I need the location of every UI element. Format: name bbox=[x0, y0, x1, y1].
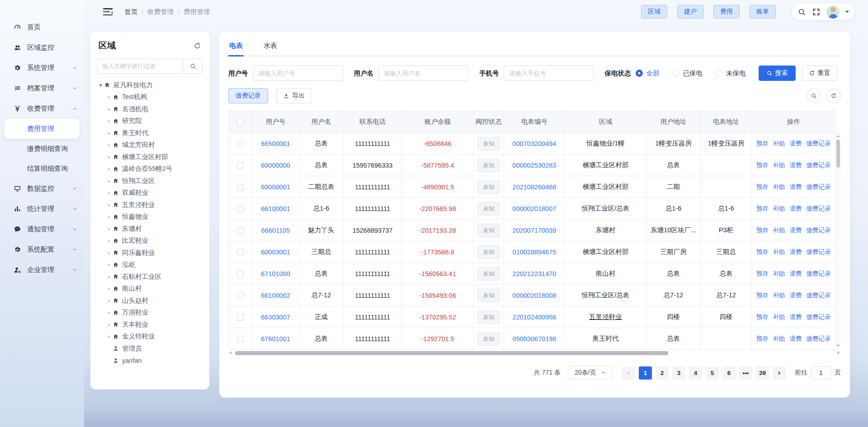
quick-button-create-account[interactable]: 建户 bbox=[677, 5, 703, 19]
tree-user-管理员[interactable]: 管理员 bbox=[97, 343, 203, 355]
sidebar-item-收费管理[interactable]: 收费管理 bbox=[0, 99, 84, 119]
quick-button-area[interactable]: 区域 bbox=[641, 5, 667, 19]
pay-records-button[interactable]: 缴费记录 bbox=[228, 88, 268, 103]
page-button-2[interactable]: 2 bbox=[656, 366, 669, 380]
sidebar-item-区域监控[interactable]: 区域监控 bbox=[0, 38, 84, 58]
tree-expander-icon[interactable]: ▸ bbox=[106, 94, 113, 100]
page-button-5[interactable]: 5 bbox=[706, 366, 719, 380]
action-退费[interactable]: 退费 bbox=[790, 161, 802, 169]
tree-node-恒鑫物业[interactable]: ▸恒鑫物业 bbox=[97, 211, 203, 223]
tab-water-meter[interactable]: 水表 bbox=[263, 39, 278, 56]
user-no-link[interactable]: 67601001 bbox=[261, 335, 290, 343]
action-预存[interactable]: 预存 bbox=[756, 140, 769, 148]
action-缴费记录[interactable]: 缴费记录 bbox=[807, 140, 831, 148]
row-checkbox[interactable] bbox=[237, 141, 244, 147]
tree-expander-icon[interactable]: ▸ bbox=[106, 202, 113, 208]
tree-node-山头赵村[interactable]: ▸山头赵村 bbox=[97, 295, 203, 307]
action-缴费记录[interactable]: 缴费记录 bbox=[807, 291, 831, 300]
user-no-link[interactable]: 60000001 bbox=[261, 183, 290, 191]
action-补助[interactable]: 补助 bbox=[773, 161, 785, 169]
action-补助[interactable]: 补助 bbox=[773, 226, 785, 235]
avatar[interactable] bbox=[826, 5, 840, 19]
reset-button[interactable]: 重置 bbox=[802, 66, 837, 81]
scroll-up-icon[interactable] bbox=[836, 135, 840, 137]
action-预存[interactable]: 预存 bbox=[756, 161, 769, 169]
action-缴费记录[interactable]: 缴费记录 bbox=[807, 205, 831, 213]
page-ellipsis[interactable]: ••• bbox=[739, 366, 752, 380]
user-no-input[interactable] bbox=[253, 66, 343, 81]
tree-node-root[interactable]: ▾延凡科技电力 bbox=[97, 79, 203, 91]
breadcrumb-home[interactable]: 首页 bbox=[124, 8, 137, 16]
sidebar-item-首页[interactable]: 首页 bbox=[0, 17, 84, 38]
action-退费[interactable]: 退费 bbox=[790, 335, 802, 343]
tree-expander-icon[interactable]: ▸ bbox=[106, 166, 113, 172]
action-补助[interactable]: 补助 bbox=[773, 291, 785, 300]
tree-node-天丰鞋业[interactable]: ▸天丰鞋业 bbox=[97, 319, 203, 331]
tree-node-石粘村工业区[interactable]: ▸石粘村工业区 bbox=[97, 271, 203, 283]
horizontal-scroll-thumb[interactable] bbox=[235, 351, 668, 355]
tree-node-恒翔工业区[interactable]: ▸恒翔工业区 bbox=[97, 175, 203, 187]
page-button-6[interactable]: 6 bbox=[722, 366, 736, 380]
action-缴费记录[interactable]: 缴费记录 bbox=[807, 270, 831, 278]
sidebar-subitem-缴费明细查询[interactable]: 缴费明细查询 bbox=[0, 139, 84, 159]
goto-page-input[interactable] bbox=[811, 366, 831, 380]
action-缴费记录[interactable]: 缴费记录 bbox=[807, 313, 831, 321]
tree-expander-icon[interactable]: ▸ bbox=[106, 154, 113, 160]
sidebar-subitem-结算明细查询[interactable]: 结算明细查询 bbox=[0, 159, 84, 178]
action-预存[interactable]: 预存 bbox=[756, 335, 769, 343]
meter-no-link[interactable]: 202007170039 bbox=[513, 227, 557, 234]
sidebar-item-系统配置[interactable]: 系统配置 bbox=[0, 239, 84, 260]
user-no-link[interactable]: 60000000 bbox=[261, 162, 290, 169]
tree-expander-icon[interactable]: ▸ bbox=[106, 178, 113, 184]
action-缴费记录[interactable]: 缴费记录 bbox=[807, 226, 831, 235]
sidebar-collapse-icon[interactable] bbox=[103, 8, 113, 15]
tree-expander-icon[interactable]: ▸ bbox=[106, 322, 113, 328]
sidebar-item-系统管理[interactable]: 系统管理 bbox=[0, 58, 84, 78]
radio-all[interactable]: 全部 bbox=[636, 69, 660, 78]
tree-node-比宏鞋业[interactable]: ▸比宏鞋业 bbox=[97, 235, 203, 247]
radio-unprotected[interactable]: 未保电 bbox=[715, 69, 746, 78]
row-checkbox[interactable] bbox=[237, 206, 244, 212]
scroll-down-icon[interactable] bbox=[836, 345, 840, 347]
sidebar-item-通知管理[interactable]: 通知管理 bbox=[0, 219, 84, 239]
action-补助[interactable]: 补助 bbox=[773, 140, 785, 148]
tree-expander-icon[interactable]: ▸ bbox=[106, 298, 113, 304]
meter-no-link[interactable]: 220212231470 bbox=[513, 270, 557, 277]
refresh-icon[interactable] bbox=[193, 42, 201, 50]
vertical-scroll-thumb[interactable] bbox=[836, 140, 840, 168]
action-缴费记录[interactable]: 缴费记录 bbox=[807, 183, 831, 191]
row-checkbox[interactable] bbox=[237, 249, 244, 256]
page-button-1[interactable]: 1 bbox=[639, 366, 652, 380]
page-button-39[interactable]: 39 bbox=[756, 366, 769, 380]
tree-node-奥王时代[interactable]: ▸奥王时代 bbox=[97, 127, 203, 139]
tree-expander-icon[interactable]: ▸ bbox=[106, 106, 113, 112]
row-checkbox[interactable] bbox=[237, 184, 244, 191]
meter-no-link[interactable]: 000002018008 bbox=[513, 292, 557, 299]
row-checkbox[interactable] bbox=[237, 227, 244, 234]
action-缴费记录[interactable]: 缴费记录 bbox=[807, 161, 831, 169]
user-no-link[interactable]: 66303007 bbox=[261, 314, 290, 321]
prev-page-button[interactable]: ‹ bbox=[622, 366, 635, 380]
action-补助[interactable]: 补助 bbox=[773, 183, 785, 191]
action-缴费记录[interactable]: 缴费记录 bbox=[807, 335, 831, 343]
sidebar-item-统计管理[interactable]: 统计管理 bbox=[0, 199, 84, 219]
tree-node-Test机构[interactable]: ▸Test机构 bbox=[97, 91, 203, 103]
tree-user-yanfan[interactable]: yanfan bbox=[97, 355, 203, 367]
scroll-left-icon[interactable] bbox=[230, 351, 231, 355]
quick-button-bill[interactable]: 账单 bbox=[750, 5, 776, 19]
meter-no-link[interactable]: 000703200494 bbox=[513, 140, 557, 147]
user-no-link[interactable]: 66100001 bbox=[261, 205, 290, 212]
page-button-4[interactable]: 4 bbox=[689, 366, 702, 380]
user-no-link[interactable]: 66500001 bbox=[261, 140, 290, 147]
tree-node-双威鞋业[interactable]: ▸双威鞋业 bbox=[97, 187, 203, 199]
action-预存[interactable]: 预存 bbox=[756, 226, 769, 235]
meter-no-link[interactable]: 050830670198 bbox=[513, 335, 557, 343]
action-退费[interactable]: 退费 bbox=[790, 183, 802, 191]
row-checkbox[interactable] bbox=[237, 336, 244, 343]
action-补助[interactable]: 补助 bbox=[773, 248, 785, 256]
vertical-scrollbar[interactable] bbox=[835, 133, 841, 349]
next-page-button[interactable]: › bbox=[773, 366, 786, 380]
tree-node-同乐鑫鞋业[interactable]: ▸同乐鑫鞋业 bbox=[97, 247, 203, 259]
action-退费[interactable]: 退费 bbox=[790, 140, 802, 148]
sidebar-item-企业管理[interactable]: 企业管理 bbox=[0, 260, 84, 280]
